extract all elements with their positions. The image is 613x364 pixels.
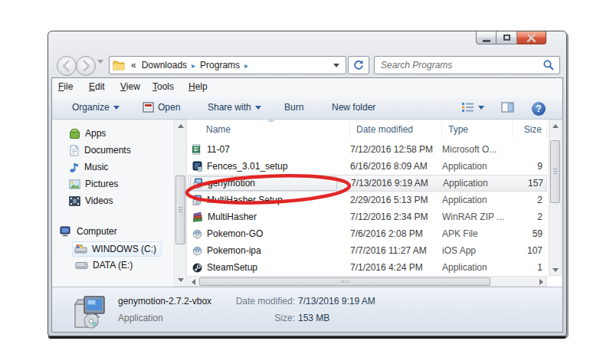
address-bar[interactable]: « Downloads ▸ Programs ▸ — [109, 56, 346, 74]
scroll-down-icon[interactable] — [552, 268, 559, 272]
column-header-size[interactable]: Size — [513, 121, 547, 138]
installer-package-icon — [70, 292, 107, 329]
file-date: 7/12/2016 2:34 PM — [350, 208, 442, 225]
file-date: 2/29/2016 5:13 PM — [350, 192, 442, 208]
table-row-genymotion[interactable]: genymotion 7/13/2016 9:19 AM Application… — [188, 175, 547, 192]
file-size: 1 — [513, 259, 547, 276]
organize-button[interactable]: Organize — [72, 102, 120, 113]
views-icon — [461, 102, 474, 113]
data-drive-icon — [75, 261, 88, 270]
breadcrumb-overflow[interactable]: « — [126, 60, 136, 71]
minimize-icon — [483, 40, 490, 42]
breadcrumb-segment-downloads[interactable]: Downloads — [136, 60, 187, 71]
scroll-up-icon[interactable] — [552, 124, 559, 128]
column-header-name[interactable]: Name — [188, 121, 350, 138]
sidebar-item-music[interactable]: Music — [69, 160, 108, 174]
table-row[interactable]: 11-07 7/12/2016 12:58 PM Microsoft O... — [188, 141, 547, 158]
file-size — [513, 141, 547, 158]
sidebar-item-videos[interactable]: Videos — [69, 194, 113, 208]
explorer-window: « Downloads ▸ Programs ▸ File E — [48, 31, 567, 336]
sidebar-item-documents[interactable]: Documents — [69, 143, 131, 157]
search-input[interactable] — [375, 60, 543, 71]
scrollbar-thumb[interactable] — [175, 175, 185, 244]
sidebar-item-computer[interactable]: Computer — [60, 225, 117, 238]
file-list: Name Date modified Type Size 11-07 7/12/… — [188, 120, 547, 287]
sidebar-item-data-e[interactable]: DATA (E:) — [75, 258, 133, 272]
apk-file-icon — [192, 229, 202, 239]
menu-help[interactable]: Help — [188, 81, 208, 92]
details-file-type: Application — [118, 313, 163, 323]
scroll-down-icon[interactable] — [178, 278, 184, 282]
sidebar-item-label: DATA (E:) — [93, 260, 133, 271]
share-with-button[interactable]: Share with — [208, 102, 261, 113]
forward-button[interactable] — [76, 56, 96, 76]
documents-icon — [69, 145, 80, 156]
sidebar-item-pictures[interactable]: Pictures — [69, 177, 118, 191]
help-icon: ? — [532, 102, 546, 116]
file-type: WinRAR ZIP ... — [442, 208, 513, 225]
column-header-date-modified[interactable]: Date modified — [350, 121, 442, 138]
open-button[interactable]: Open — [143, 102, 180, 113]
file-name: Pokemon-ipa — [207, 242, 261, 259]
change-view-button[interactable] — [461, 102, 484, 113]
file-size: 2 — [513, 208, 547, 225]
chevron-down-icon — [255, 106, 261, 110]
scroll-up-icon[interactable] — [178, 124, 184, 128]
minimize-button[interactable] — [476, 31, 497, 44]
chevron-down-icon — [113, 106, 120, 110]
new-folder-button[interactable]: New folder — [332, 102, 375, 113]
close-button[interactable] — [517, 31, 546, 44]
breadcrumb-separator-icon[interactable]: ▸ — [240, 61, 253, 70]
vertical-scrollbar[interactable] — [549, 120, 562, 276]
sidebar-item-label: Music — [84, 162, 108, 172]
address-dropdown-icon[interactable] — [333, 64, 339, 67]
menu-edit[interactable]: Edit — [89, 81, 105, 92]
open-label: Open — [158, 102, 180, 113]
scrollbar-thumb[interactable] — [199, 277, 490, 286]
menu-view[interactable]: View — [120, 81, 140, 92]
search-box[interactable] — [374, 56, 560, 74]
breadcrumb-segment-programs[interactable]: Programs — [200, 60, 240, 71]
search-icon[interactable] — [543, 59, 555, 71]
sidebar-item-label: Apps — [85, 128, 106, 139]
table-row[interactable]: Pokemon-GO 7/6/2016 2:08 PM APK File 59 — [188, 225, 547, 242]
table-row[interactable]: SteamSetup 7/1/2016 4:24 PM Application … — [188, 259, 547, 276]
folder-icon — [113, 59, 126, 71]
menu-file[interactable]: File — [58, 81, 73, 92]
recent-pages-dropdown[interactable] — [97, 64, 103, 74]
refresh-button[interactable] — [348, 56, 369, 74]
share-with-label: Share with — [208, 102, 251, 113]
preview-pane-button[interactable] — [501, 102, 514, 113]
computer-icon — [60, 226, 72, 237]
file-type: Microsoft O... — [442, 141, 513, 158]
table-row[interactable]: MultiHasher 7/12/2016 2:34 PM WinRAR ZIP… — [188, 208, 547, 225]
sidebar-scrollbar[interactable] — [174, 120, 187, 287]
menu-tools[interactable]: Tools — [152, 81, 174, 92]
breadcrumb-separator-icon[interactable]: ▸ — [187, 61, 200, 70]
column-header-type[interactable]: Type — [442, 121, 513, 138]
file-size: 157 — [513, 175, 548, 191]
panes: Apps Documents Music Pictures — [52, 120, 562, 287]
chevron-down-icon — [97, 60, 103, 74]
back-icon — [57, 57, 76, 75]
table-row[interactable]: Fences_3.01_setup 6/16/2016 8:09 AM Appl… — [188, 158, 547, 175]
apps-icon — [69, 128, 80, 139]
burn-button[interactable]: Burn — [284, 102, 303, 113]
pictures-icon — [69, 179, 80, 189]
sidebar-item-label: Documents — [84, 145, 131, 156]
horizontal-scrollbar[interactable] — [188, 276, 547, 287]
back-button[interactable] — [57, 56, 77, 76]
file-type: Application — [442, 259, 513, 276]
table-row[interactable]: MultiHasher Setup 2/29/2016 5:13 PM Appl… — [188, 192, 547, 208]
scroll-left-icon[interactable] — [192, 279, 195, 285]
file-size: 2 — [513, 192, 547, 208]
scrollbar-thumb[interactable] — [550, 140, 560, 203]
table-row[interactable]: Pokemon-ipa 7/7/2016 11:27 AM iOS App 10… — [188, 242, 547, 259]
sidebar-item-apps[interactable]: Apps — [69, 126, 106, 140]
sidebar-item-windows-c[interactable]: WINDOWS (C:) — [72, 241, 162, 257]
steam-installer-icon — [192, 263, 202, 273]
maximize-button[interactable] — [497, 31, 517, 44]
help-button[interactable]: ? — [532, 102, 546, 116]
scroll-right-icon[interactable] — [539, 279, 543, 285]
open-icon — [143, 102, 154, 113]
